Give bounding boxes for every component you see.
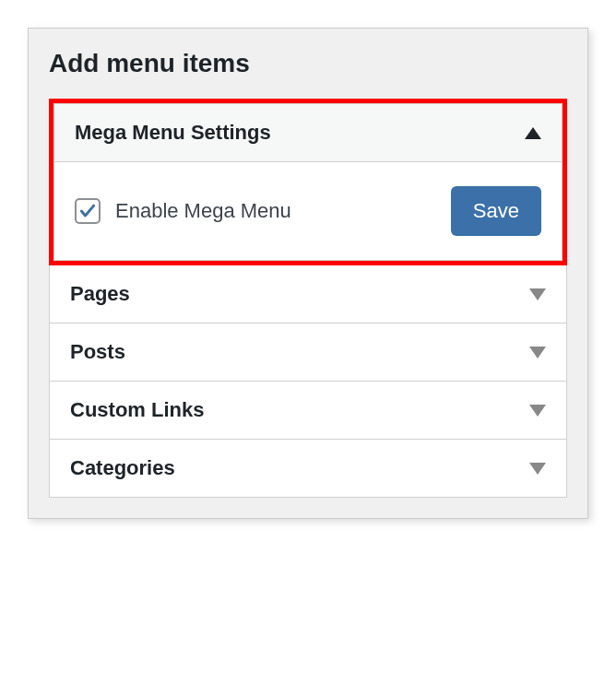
mega-menu-settings-title: Mega Menu Settings xyxy=(75,121,271,145)
enable-mega-menu-row: Enable Mega Menu xyxy=(75,198,291,224)
section-custom-links[interactable]: Custom Links xyxy=(49,382,567,440)
enable-mega-menu-checkbox[interactable] xyxy=(75,198,101,224)
section-posts-title: Posts xyxy=(70,340,125,364)
section-pages-title: Pages xyxy=(70,282,130,306)
section-categories[interactable]: Categories xyxy=(49,440,567,498)
section-pages[interactable]: Pages xyxy=(49,265,567,323)
section-categories-title: Categories xyxy=(70,456,175,480)
mega-menu-settings-header[interactable]: Mega Menu Settings xyxy=(53,103,563,162)
section-posts[interactable]: Posts xyxy=(49,323,567,382)
caret-down-icon xyxy=(529,463,546,475)
caret-up-icon xyxy=(525,127,541,139)
mega-menu-settings-body: Enable Mega Menu Save xyxy=(53,162,563,261)
caret-down-icon xyxy=(529,288,546,300)
add-menu-items-panel: Add menu items Mega Menu Settings Enable… xyxy=(28,28,588,519)
collapsed-sections: Pages Posts Custom Links Categories xyxy=(49,265,567,498)
panel-title: Add menu items xyxy=(49,49,567,78)
mega-menu-highlight: Mega Menu Settings Enable Mega Menu Save xyxy=(49,99,567,265)
check-icon xyxy=(78,202,97,220)
save-button[interactable]: Save xyxy=(451,186,541,236)
caret-down-icon xyxy=(529,347,546,359)
caret-down-icon xyxy=(529,405,546,417)
enable-mega-menu-label: Enable Mega Menu xyxy=(115,199,291,223)
section-custom-links-title: Custom Links xyxy=(70,398,204,422)
